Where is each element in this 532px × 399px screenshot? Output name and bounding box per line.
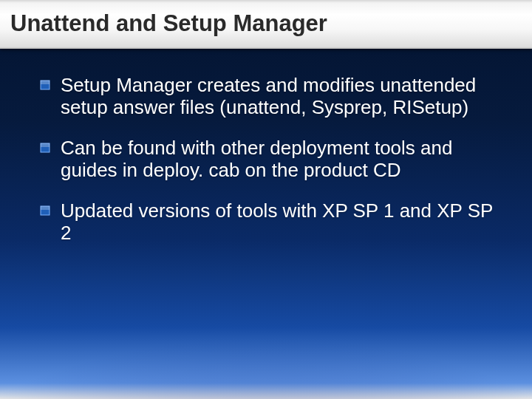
slide-body: Setup Manager creates and modifies unatt… <box>40 74 502 262</box>
list-item: Setup Manager creates and modifies unatt… <box>40 74 502 119</box>
bullet-icon <box>40 143 50 153</box>
svg-rect-1 <box>41 81 50 84</box>
list-item: Updated versions of tools with XP SP 1 a… <box>40 200 502 245</box>
list-item: Can be found with other deployment tools… <box>40 137 502 182</box>
title-band: Unattend and Setup Manager <box>0 0 532 49</box>
bullet-icon <box>40 205 50 216</box>
bullet-icon <box>40 80 50 90</box>
bullet-text: Can be found with other deployment tools… <box>61 137 452 181</box>
bullet-text: Updated versions of tools with XP SP 1 a… <box>61 200 493 244</box>
svg-rect-5 <box>41 206 50 210</box>
slide: Microsoft TechNet Unattend and Setup Man… <box>0 0 532 399</box>
slide-title: Unattend and Setup Manager <box>10 10 327 37</box>
bullet-text: Setup Manager creates and modifies unatt… <box>61 74 476 118</box>
svg-rect-3 <box>41 143 50 147</box>
